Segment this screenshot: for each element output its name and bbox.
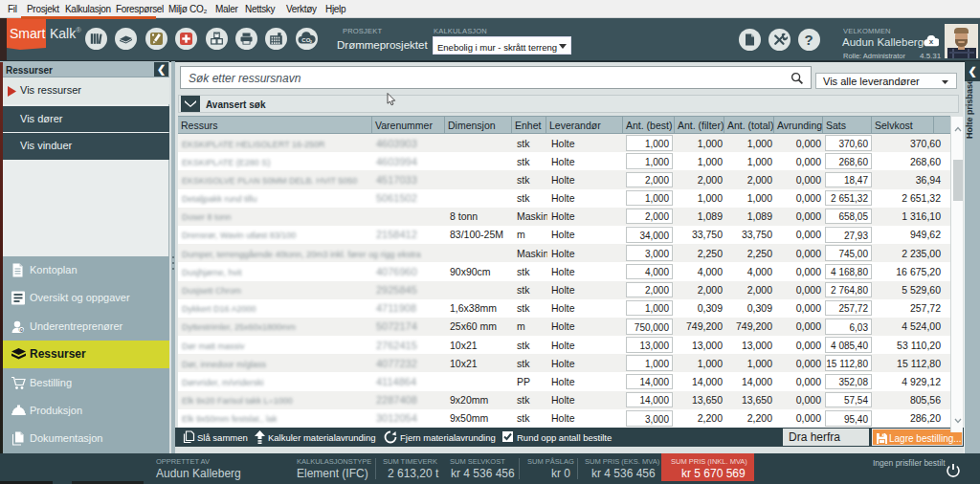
svg-text:x: x <box>929 37 934 46</box>
svg-text:⚙: ⚙ <box>19 326 24 332</box>
